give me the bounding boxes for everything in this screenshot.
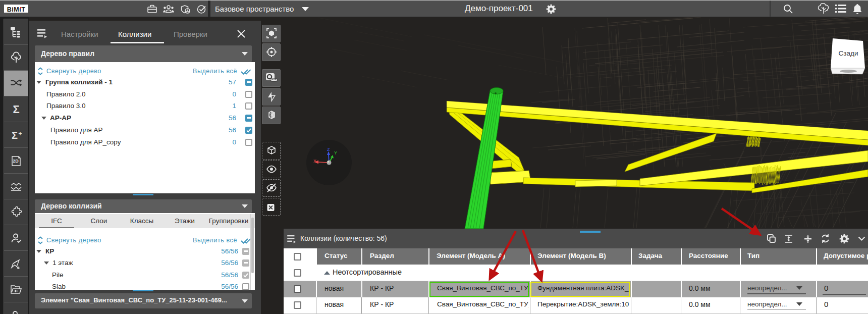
svg-text:Сзади: Сзади [839,49,858,57]
svg-text:Z: Z [327,147,330,152]
svg-text:+: + [18,130,22,137]
svg-text:Σ: Σ [13,103,19,116]
svg-text:Σ: Σ [12,130,18,141]
svg-text:X: X [313,159,316,164]
svg-text:2D: 2D [13,159,19,164]
svg-text:Y: Y [334,150,337,155]
